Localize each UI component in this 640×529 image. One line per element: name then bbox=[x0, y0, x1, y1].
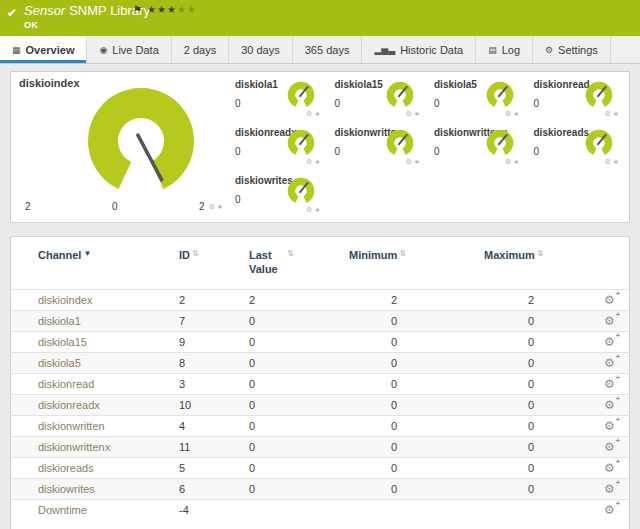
tab-2-days[interactable]: 2 days bbox=[172, 36, 229, 63]
sort-icon[interactable]: ⇅ bbox=[399, 249, 406, 258]
column-header-max[interactable]: Maximum⇅ bbox=[480, 237, 590, 289]
channel-name[interactable]: diskionwritten bbox=[11, 415, 175, 436]
small-gauge-diskiowrites: diskiowrites0⚙★ bbox=[229, 170, 329, 218]
gear-icon: ⚙ bbox=[604, 461, 615, 475]
tab-live-data[interactable]: ◉Live Data bbox=[87, 36, 171, 63]
tab-overview[interactable]: ▦Overview bbox=[0, 36, 87, 63]
channel-actions-cell: ⚙+ bbox=[590, 373, 629, 394]
channel-actions-cell: ⚙+ bbox=[590, 352, 629, 373]
channel-settings-button[interactable]: ⚙+ bbox=[604, 504, 615, 516]
gauge-favorite-icon[interactable]: ★ bbox=[513, 110, 521, 117]
channel-settings-button[interactable]: ⚙+ bbox=[604, 357, 615, 369]
channel-settings-button[interactable]: ⚙+ bbox=[604, 483, 615, 495]
column-label: Maximum bbox=[484, 249, 535, 261]
plus-icon: + bbox=[616, 353, 620, 360]
gauge-mini-icons: ⚙★ bbox=[405, 158, 422, 166]
channel-maximum: 0 bbox=[480, 373, 590, 394]
channel-settings-button[interactable]: ⚙+ bbox=[604, 399, 615, 411]
channel-settings-button[interactable]: ⚙+ bbox=[604, 336, 615, 348]
channel-name[interactable]: diskiola1 bbox=[11, 310, 175, 331]
gauge-favorite-icon[interactable]: ★ bbox=[613, 110, 621, 117]
tab-log[interactable]: ▤Log bbox=[476, 36, 533, 63]
gauge-favorite-icon[interactable]: ★ bbox=[513, 158, 521, 165]
column-header-last[interactable]: Last Value⇅ bbox=[245, 237, 345, 289]
column-header-id[interactable]: ID⇅ bbox=[175, 237, 245, 289]
gauge-mini-icons: ⚙★ bbox=[604, 110, 621, 118]
channel-name[interactable]: diskiola15 bbox=[11, 331, 175, 352]
channel-settings-button[interactable]: ⚙+ bbox=[604, 462, 615, 474]
small-gauge-label: diskiola5 bbox=[434, 79, 477, 90]
small-gauge-dial bbox=[287, 81, 315, 109]
gauge-settings-icon[interactable]: ⚙ bbox=[604, 158, 612, 165]
channel-minimum: 0 bbox=[345, 373, 480, 394]
sort-icon[interactable]: ▼ bbox=[83, 249, 91, 258]
gauge-mini-icons: ⚙★ bbox=[306, 158, 323, 166]
gauge-settings-icon[interactable]: ⚙ bbox=[405, 110, 413, 117]
gauge-favorite-icon[interactable]: ★ bbox=[314, 206, 322, 213]
channel-name[interactable]: diskiola5 bbox=[11, 352, 175, 373]
channel-name[interactable]: diskiowrites bbox=[11, 478, 175, 499]
channel-last-value: 0 bbox=[245, 310, 345, 331]
status-badge: OK bbox=[24, 21, 150, 30]
gauge-favorite-icon[interactable]: ★ bbox=[314, 158, 322, 165]
channel-minimum: 0 bbox=[345, 478, 480, 499]
flag-icon[interactable]: ⚑ bbox=[133, 4, 142, 15]
channel-name[interactable]: diskioindex bbox=[11, 289, 175, 310]
gauge-settings-icon[interactable]: ⚙ bbox=[505, 110, 513, 117]
gear-icon: ⚙ bbox=[604, 419, 615, 433]
priority-stars[interactable]: ★★★★★ bbox=[147, 4, 197, 15]
channel-id: 6 bbox=[175, 478, 245, 499]
channel-last-value: 0 bbox=[245, 373, 345, 394]
gauge-settings-icon[interactable]: ⚙ bbox=[306, 110, 314, 117]
channel-settings-button[interactable]: ⚙+ bbox=[604, 315, 615, 327]
gauge-settings-icon[interactable]: ⚙ bbox=[208, 203, 216, 210]
channel-settings-button[interactable]: ⚙+ bbox=[604, 294, 615, 306]
gear-icon: ⚙ bbox=[604, 356, 615, 370]
column-label: Channel bbox=[38, 249, 81, 261]
tab-bar: ▦Overview◉Live Data2 days30 days365 days… bbox=[0, 36, 640, 64]
channel-name[interactable]: diskionreadx bbox=[11, 394, 175, 415]
gauge-settings-icon[interactable]: ⚙ bbox=[306, 158, 314, 165]
tab-settings[interactable]: ⚙Settings bbox=[533, 36, 611, 63]
channel-settings-button[interactable]: ⚙+ bbox=[604, 378, 615, 390]
gauge-settings-icon[interactable]: ⚙ bbox=[604, 110, 612, 117]
priority-star-icon[interactable]: ★ bbox=[177, 4, 187, 15]
gauge-favorite-icon[interactable]: ★ bbox=[414, 110, 422, 117]
channel-id: 5 bbox=[175, 457, 245, 478]
tab-label: Live Data bbox=[112, 44, 158, 56]
tab-historic-data[interactable]: ▂▅▃Historic Data bbox=[362, 36, 476, 63]
main-gauge-dial bbox=[83, 83, 199, 199]
tab-30-days[interactable]: 30 days bbox=[229, 36, 293, 63]
channel-actions-cell: ⚙+ bbox=[590, 331, 629, 352]
sort-icon[interactable]: ⇅ bbox=[537, 249, 544, 258]
channel-name[interactable]: diskioreads bbox=[11, 457, 175, 478]
tab-label: 2 days bbox=[184, 44, 216, 56]
priority-star-icon[interactable]: ★ bbox=[167, 4, 177, 15]
gauge-favorite-icon[interactable]: ★ bbox=[217, 203, 225, 210]
channel-maximum: 0 bbox=[480, 457, 590, 478]
gauges-panel: diskioindex 2 0 2 ⚙★ diskiola10⚙★diskiol… bbox=[10, 71, 630, 223]
channel-settings-button[interactable]: ⚙+ bbox=[604, 420, 615, 432]
sort-icon[interactable]: ⇅ bbox=[287, 249, 294, 258]
gauge-favorite-icon[interactable]: ★ bbox=[414, 158, 422, 165]
gauge-settings-icon[interactable]: ⚙ bbox=[306, 206, 314, 213]
tab-label: Settings bbox=[558, 44, 598, 56]
channel-name[interactable]: Downtime bbox=[11, 499, 175, 520]
sort-icon[interactable]: ⇅ bbox=[192, 249, 199, 258]
priority-star-icon[interactable]: ★ bbox=[187, 4, 197, 15]
column-header-channel[interactable]: Channel▼ bbox=[11, 237, 175, 289]
channel-name[interactable]: diskionread bbox=[11, 373, 175, 394]
gauge-favorite-icon[interactable]: ★ bbox=[613, 158, 621, 165]
channel-name[interactable]: diskionwrittenx bbox=[11, 436, 175, 457]
channel-settings-button[interactable]: ⚙+ bbox=[604, 441, 615, 453]
priority-star-icon[interactable]: ★ bbox=[147, 4, 157, 15]
log-icon: ▤ bbox=[488, 45, 497, 55]
priority-star-icon[interactable]: ★ bbox=[157, 4, 167, 15]
gauge-settings-icon[interactable]: ⚙ bbox=[505, 158, 513, 165]
gauge-favorite-icon[interactable]: ★ bbox=[314, 110, 322, 117]
gauge-settings-icon[interactable]: ⚙ bbox=[405, 158, 413, 165]
tab-365-days[interactable]: 365 days bbox=[293, 36, 363, 63]
gear-icon: ⚙ bbox=[604, 440, 615, 454]
channel-maximum: 0 bbox=[480, 310, 590, 331]
column-header-min[interactable]: Minimum⇅ bbox=[345, 237, 480, 289]
